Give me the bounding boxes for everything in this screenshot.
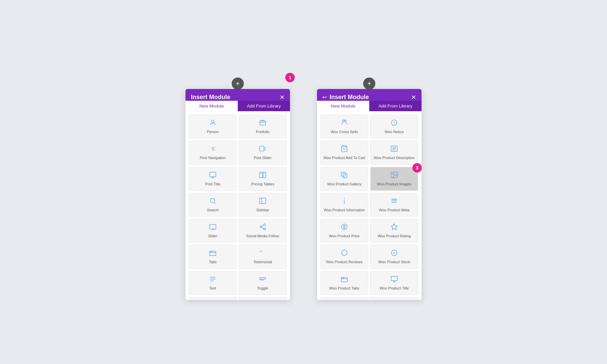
module-woo-reviews[interactable]: Woo Product Reviews [320,245,368,269]
badge-1: 1 [285,73,295,82]
post-nav-icon [209,145,216,153]
module-woo-notice[interactable]: Woo Notice [370,115,418,139]
back-btn-right[interactable]: ↩ [322,94,327,100]
module-video-slider[interactable]: Video Slider [239,297,287,300]
module-label-post-nav: Post Navigation [200,155,226,160]
svg-rect-4 [265,147,266,150]
module-woo-info[interactable]: Woo Product Information [320,193,368,217]
module-pricing[interactable]: Pricing Tables [239,167,287,191]
module-slider[interactable]: Slider [189,219,237,243]
add-module-btn-left[interactable]: + [232,78,244,90]
svg-rect-67 [391,276,397,281]
svg-rect-16 [210,224,216,230]
svg-point-37 [344,120,346,122]
module-woo-meta[interactable]: Woo Product Meta [370,193,418,217]
tabs-left: New Module Add From Library [185,101,290,111]
panel-header-left: Insert Module ✕ [185,89,290,101]
module-sidebar[interactable]: Sidebar [239,193,287,217]
woo-add-to-cart-icon [341,145,348,153]
module-text[interactable]: Text [189,271,237,295]
module-woo-gallery[interactable]: Woo Product Gallery [320,167,368,191]
svg-point-40 [394,124,395,124]
module-label-woo-info: Woo Product Information [324,208,365,212]
svg-point-20 [264,224,266,226]
insert-module-panel-right: ↩ Insert Module ✕ New Module Add From Li… [317,89,422,300]
svg-line-24 [262,225,264,226]
panel-title-right: Insert Module [329,94,369,101]
svg-point-49 [393,173,394,174]
tab-new-module-left[interactable]: New Module [185,101,238,111]
svg-rect-8 [260,172,262,178]
module-post-slider[interactable]: Post Slider [239,141,287,164]
module-woo-products[interactable]: Woo Products [370,297,418,300]
panel-title-left: Insert Module [191,94,230,101]
woo-desc-icon [391,145,398,153]
left-panel-wrapper: 1 + Insert Module ✕ New Module Add From … [185,78,290,300]
module-label-woo-price: Woo Product Price [329,234,360,238]
module-toggle[interactable]: Toggle [239,271,287,295]
module-label-social: Social Media Follow [246,234,279,238]
module-label-text: Text [209,286,216,291]
woo-info-icon [341,197,348,206]
tab-new-module-right[interactable]: New Module [317,101,369,111]
tab-library-left[interactable]: Add From Library [238,101,290,111]
text-icon [209,275,216,284]
svg-line-23 [262,228,264,229]
module-woo-rating[interactable]: Woo Product Rating [370,219,418,243]
module-tabs[interactable]: Tabs [189,245,237,269]
module-video[interactable]: Video [189,297,237,300]
module-testimonial[interactable]: " Testimonial [239,245,287,269]
svg-point-0 [211,120,214,123]
module-woo-tabs[interactable]: Woo Product Tabs [320,271,368,295]
woo-reviews-icon [341,249,348,257]
module-woo-price[interactable]: Woo Product Price [320,219,368,243]
svg-line-13 [214,202,215,204]
woo-images-icon [391,171,398,180]
module-label-woo-cross-sells: Woo Cross Sells [330,129,358,134]
panel-header-right: ↩ Insert Module ✕ [317,89,422,101]
svg-point-19 [213,229,214,230]
module-post-nav[interactable]: Post Navigation [189,141,237,164]
svg-point-36 [343,120,345,122]
module-woo-desc[interactable]: Woo Product Description [370,141,418,164]
post-slider-icon [259,145,266,153]
sidebar-icon [259,197,266,206]
right-panel-wrapper: + ↩ Insert Module ✕ New Module Add From … [317,78,422,300]
module-woo-stock[interactable]: Woo Product Stock [370,245,418,269]
svg-marker-62 [391,224,397,230]
svg-rect-14 [260,198,266,204]
close-btn-left[interactable]: ✕ [280,94,285,100]
module-woo-add-to-cart[interactable]: Woo Product Add To Cart [320,141,368,164]
module-label-woo-stock: Woo Product Stock [378,260,410,264]
module-social[interactable]: Social Media Follow [239,219,287,243]
module-label-portfolio: Portfolio [256,129,269,134]
module-portfolio[interactable]: Portfolio [239,115,287,139]
module-label-woo-images: Woo Product Images [377,182,412,186]
svg-point-21 [260,226,262,228]
module-label-tabs: Tabs [209,260,216,264]
module-search[interactable]: Search [189,193,237,217]
post-title-icon [209,171,216,180]
module-woo-upsell[interactable]: Woo Product Upsell [320,297,368,300]
add-module-btn-right[interactable]: + [363,78,375,90]
module-label-woo-rating: Woo Product Rating [378,234,411,238]
svg-rect-3 [260,146,264,151]
module-woo-title[interactable]: Woo Product Title [370,271,418,295]
close-btn-right[interactable]: ✕ [411,94,416,100]
svg-rect-66 [341,277,343,279]
module-post-title[interactable]: Post Title [189,167,237,191]
module-person[interactable]: Person [189,115,237,139]
tab-library-right[interactable]: Add From Library [369,101,422,111]
svg-rect-1 [260,121,266,125]
pricing-icon [259,171,266,180]
modules-grid-right: Woo Cross Sells Woo Notice [320,115,418,300]
module-label-woo-gallery: Woo Product Gallery [327,182,361,186]
module-woo-images[interactable]: Woo Product Images 3 [370,167,418,191]
woo-rating-icon [391,223,398,232]
woo-gallery-icon [341,171,348,180]
slider-icon [209,223,216,232]
module-woo-cross-sells[interactable]: Woo Cross Sells [320,115,368,139]
module-label-slider: Slider [208,234,218,238]
panel-body-left: Person Portfolio Post Navi [185,111,290,300]
svg-rect-28 [260,277,266,279]
